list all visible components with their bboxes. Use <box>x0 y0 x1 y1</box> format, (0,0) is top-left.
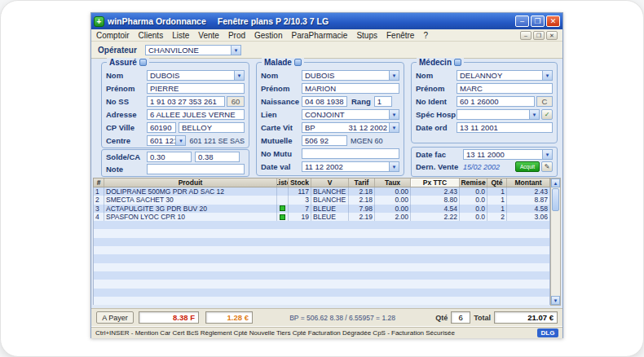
chevron-down-icon[interactable]: ▼ <box>389 123 399 132</box>
col-qte[interactable]: Qté <box>487 178 507 187</box>
assure-link-icon[interactable] <box>139 59 147 66</box>
medecin-prenom-field[interactable]: MARC <box>457 83 553 94</box>
medecin-spec-select[interactable]: ▼ <box>457 109 540 120</box>
malade-naissance-field[interactable]: 04 08 1938 <box>302 96 347 107</box>
chevron-down-icon[interactable]: ▼ <box>542 150 552 159</box>
malade-nomutu-field[interactable] <box>302 148 399 159</box>
assure-adresse-field[interactable]: 6 ALLEE JULES VERNE <box>147 109 245 120</box>
assure-noss-key-field: 60 <box>227 96 245 107</box>
table-row[interactable]: 3ACTAPULGITE 3G PDR BUV 20 7 BLEUE7.98 0… <box>94 205 549 213</box>
malade-prenom-label: Prénom <box>261 84 302 93</box>
screenshot-card: + winPharma Ordonnance Fenêtre plans P 2… <box>0 0 644 357</box>
chevron-down-icon[interactable]: ▼ <box>389 162 399 171</box>
malade-prenom-field[interactable]: MARION <box>302 83 399 94</box>
note-label: Note <box>106 165 147 174</box>
menu-parapharmacie[interactable]: ParaPharmacie <box>291 31 347 40</box>
malade-mutuelle-field[interactable]: 506 92 <box>302 135 347 146</box>
note-field[interactable] <box>147 164 245 174</box>
assure-cp-field[interactable]: 60190 <box>147 122 176 133</box>
table-body: 1DOLIPRANE 500MG PDR AD SAC 12 117 BLANC… <box>93 187 550 305</box>
malade-lien-select[interactable]: CONJOINT▼ <box>302 109 399 120</box>
medecin-dateord-label: Date ord <box>416 123 457 132</box>
malade-lien-label: Lien <box>261 110 302 119</box>
malade-link-icon[interactable] <box>294 59 302 66</box>
mdi-close-button[interactable]: ✕ <box>546 31 558 40</box>
col-pxttc[interactable]: Px TTC <box>411 178 460 187</box>
menu-stups[interactable]: Stups <box>356 31 377 40</box>
malade-rang-field[interactable]: 1 <box>374 96 392 107</box>
assure-ville-field[interactable]: BELLOY <box>179 122 245 133</box>
col-v[interactable]: V <box>311 178 349 187</box>
mdi-minimize-button[interactable]: – <box>520 31 532 40</box>
empty-row <box>94 289 549 297</box>
panel-solde: Solde/CA 0.30 0.38 Note <box>101 149 249 177</box>
totals-bar: A Payer 8.38 F 1.28 € BP = 506.62 8.38 /… <box>91 308 562 326</box>
assure-centre-select[interactable]: 601 121▼ <box>147 135 186 146</box>
minimize-button[interactable]: – <box>515 15 529 27</box>
malade-nom-select[interactable]: DUBOIS▼ <box>302 70 399 81</box>
col-montant[interactable]: Montant <box>507 178 549 187</box>
empty-row <box>94 229 549 237</box>
chevron-down-icon[interactable]: ▼ <box>389 110 399 119</box>
table-scrollbar[interactable]: ▲ ▼ <box>550 178 561 306</box>
datefac-select[interactable]: 13 11 2000▼ <box>463 149 553 160</box>
menu-aide[interactable]: ? <box>423 31 428 40</box>
col-stock[interactable]: Stock <box>289 178 311 187</box>
table-row[interactable]: 1DOLIPRANE 500MG PDR AD SAC 12 117 BLANC… <box>94 187 549 196</box>
acquit-button[interactable]: Acquit <box>515 161 540 172</box>
solde-field-2[interactable]: 0.38 <box>195 152 240 162</box>
scroll-up-icon[interactable]: ▲ <box>551 178 560 187</box>
menu-comptoir[interactable]: Comptoir <box>96 31 130 40</box>
chevron-down-icon[interactable]: ▼ <box>542 71 552 80</box>
scrollbar-thumb[interactable] <box>552 188 559 211</box>
panel-malade: Malade Nom DUBOIS▼ Prénom MARION Naissan… <box>256 62 404 176</box>
malade-rang-label: Rang <box>351 97 371 106</box>
restore-button[interactable]: ❐ <box>531 15 545 27</box>
scroll-down-icon[interactable]: ▼ <box>551 296 560 305</box>
medecin-nom-label: Nom <box>416 71 457 80</box>
medecin-nom-select[interactable]: DELANNOY▼ <box>457 70 553 81</box>
col-taux[interactable]: Taux <box>375 178 411 187</box>
chevron-down-icon[interactable]: ▼ <box>175 136 185 145</box>
col-produit[interactable]: Produit <box>104 178 277 187</box>
mdi-restore-button[interactable]: ❐ <box>533 31 545 40</box>
menu-gestion[interactable]: Gestion <box>254 31 282 40</box>
total-label: Total <box>474 314 491 322</box>
menu-clients[interactable]: Clients <box>139 31 164 40</box>
status-bar: Ctrl+INSER - Mention Car Cert BcS Règlem… <box>91 326 562 338</box>
menu-liste[interactable]: Liste <box>172 31 189 40</box>
operator-select[interactable]: CHANVILONE ▼ <box>145 45 241 55</box>
col-num[interactable]: # <box>94 178 104 187</box>
edit-button[interactable]: ✎ <box>541 161 553 172</box>
table-row[interactable]: 2SMECTA SACHET 30 3 BLANCHE2.18 0.008.80… <box>94 196 549 204</box>
panel-assure-title: Assuré <box>109 58 137 67</box>
assure-nom-select[interactable]: DUBOIS▼ <box>147 70 245 81</box>
assure-noss-field[interactable]: 1 91 03 27 353 261 <box>147 96 225 107</box>
col-tarif[interactable]: Tarif <box>349 178 375 187</box>
chevron-down-icon[interactable]: ▼ <box>529 110 539 119</box>
qte-total-field: 6 <box>451 311 470 324</box>
menu-vente[interactable]: Vente <box>198 31 219 40</box>
col-liste[interactable]: Liste <box>277 178 289 187</box>
assure-prenom-field[interactable]: PIERRE <box>147 83 245 94</box>
medecin-ident-field[interactable]: 60 1 26000 <box>457 96 535 107</box>
spec-lookup-button[interactable]: ✓ <box>541 109 553 120</box>
menu-prod[interactable]: Prod <box>228 31 245 40</box>
a-payer-button[interactable]: A Payer <box>96 311 134 324</box>
close-button[interactable]: ✕ <box>546 15 560 27</box>
menubar: Comptoir Clients Liste Vente Prod Gestio… <box>91 29 562 42</box>
table-row[interactable]: 4SPASFON LYOC CPR 10 19 BLEUE2.19 2.002.… <box>94 213 549 221</box>
medecin-dateord-field[interactable]: 13 11 2001 <box>457 122 553 133</box>
empty-row <box>94 271 549 280</box>
dernvente-label: Dern. Vente <box>416 162 463 171</box>
col-remise[interactable]: Remise <box>460 178 487 187</box>
chevron-down-icon[interactable]: ▼ <box>389 71 399 80</box>
malade-cartevit-select[interactable]: BP31 12 2002 ▼ <box>302 122 399 133</box>
total-field: 21.07 € <box>494 311 558 324</box>
chevron-down-icon[interactable]: ▼ <box>234 71 244 80</box>
malade-dateval-select[interactable]: 11 12 2002▼ <box>302 161 399 172</box>
menu-fenetre[interactable]: Fenêtre <box>386 31 414 40</box>
solde-field-1[interactable]: 0.30 <box>147 152 192 162</box>
chevron-down-icon[interactable]: ▼ <box>231 46 240 55</box>
medecin-link-icon[interactable] <box>454 59 461 66</box>
